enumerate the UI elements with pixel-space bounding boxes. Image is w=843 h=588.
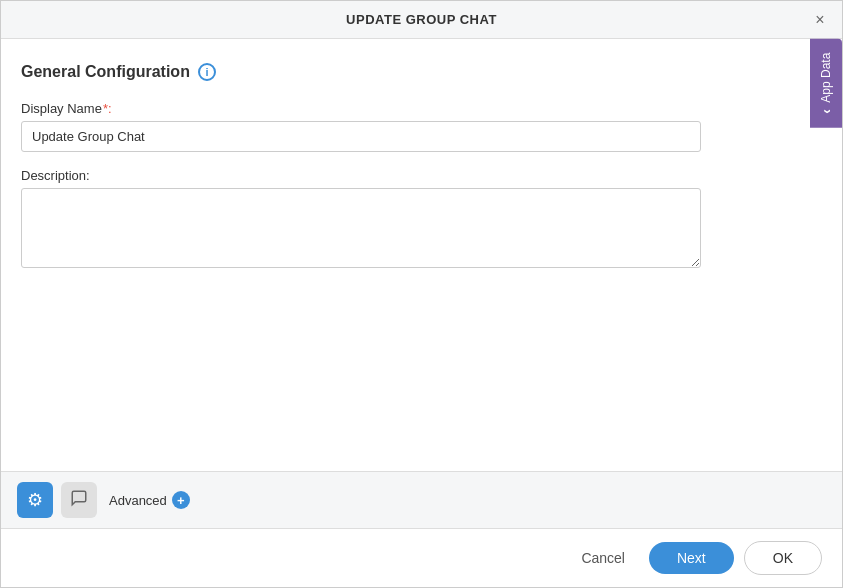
- modal-title-bar: UPDATE GROUP CHAT ×: [1, 1, 842, 39]
- chat-icon: [70, 489, 88, 512]
- description-textarea[interactable]: [21, 188, 701, 268]
- footer-toolbar: ⚙ Advanced +: [1, 471, 842, 528]
- required-marker: *:: [103, 101, 112, 116]
- modal-title: UPDATE GROUP CHAT: [346, 12, 497, 27]
- close-button[interactable]: ×: [808, 8, 832, 32]
- modal-footer-actions: Cancel Next OK: [1, 528, 842, 587]
- advanced-label: Advanced: [109, 493, 167, 508]
- advanced-button[interactable]: Advanced +: [109, 491, 190, 509]
- app-data-label: App Data: [819, 53, 833, 103]
- modal-body: General Configuration i Display Name*: D…: [1, 39, 842, 471]
- next-button[interactable]: Next: [649, 542, 734, 574]
- display-name-group: Display Name*:: [21, 101, 822, 152]
- chevron-icon: ‹: [818, 109, 834, 114]
- chat-toolbar-button[interactable]: [61, 482, 97, 518]
- advanced-plus-icon: +: [172, 491, 190, 509]
- app-data-tab[interactable]: ‹ App Data: [810, 39, 842, 128]
- display-name-label: Display Name*:: [21, 101, 822, 116]
- description-label: Description:: [21, 168, 822, 183]
- section-header: General Configuration i: [21, 63, 822, 81]
- section-title: General Configuration: [21, 63, 190, 81]
- description-group: Description:: [21, 168, 822, 271]
- gear-toolbar-button[interactable]: ⚙: [17, 482, 53, 518]
- modal-container: UPDATE GROUP CHAT × ‹ App Data General C…: [0, 0, 843, 588]
- display-name-input[interactable]: [21, 121, 701, 152]
- gear-icon: ⚙: [27, 489, 43, 511]
- info-icon[interactable]: i: [198, 63, 216, 81]
- cancel-button[interactable]: Cancel: [567, 542, 639, 574]
- ok-button[interactable]: OK: [744, 541, 822, 575]
